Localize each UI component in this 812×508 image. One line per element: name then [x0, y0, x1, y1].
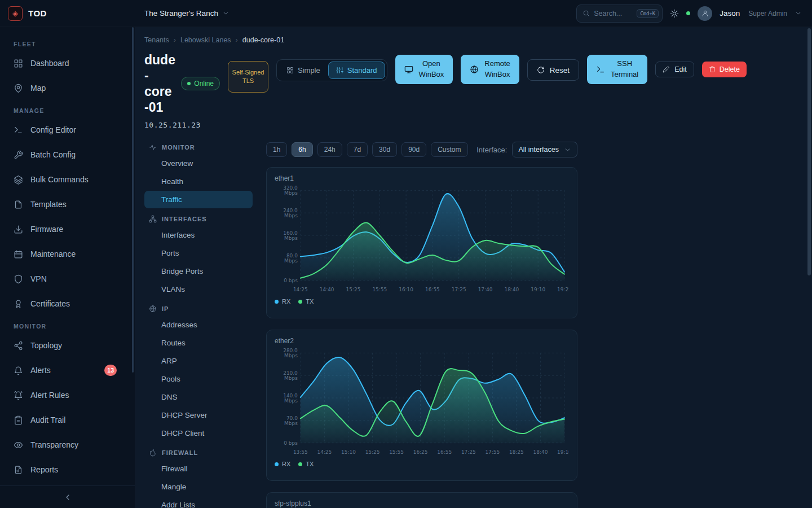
range-custom-button[interactable]: Custom	[431, 142, 467, 157]
subnav-item-health[interactable]: Health	[144, 173, 253, 190]
sidebar-item-templates[interactable]: Templates	[0, 192, 135, 217]
subnav-item-traffic[interactable]: Traffic	[144, 191, 253, 208]
range-7d-button[interactable]: 7d	[347, 142, 368, 157]
subnav-section-label: INTERFACES	[144, 209, 253, 226]
sidebar-item-alerts[interactable]: Alerts13	[0, 358, 135, 383]
svg-text:Mbps: Mbps	[284, 421, 298, 426]
sidebar-item-topology[interactable]: Topology	[0, 333, 135, 358]
sidebar-scrollbar[interactable]	[132, 27, 134, 373]
sidebar-item-label: VPN	[30, 274, 47, 283]
subnav-item-firewall[interactable]: Firewall	[144, 460, 253, 478]
chart-card-sfp-sfpplus1: sfp-sfpplus1	[266, 492, 577, 508]
sidebar-item-certificates[interactable]: Certificates	[0, 291, 135, 316]
subnav-item-pools[interactable]: Pools	[144, 370, 253, 388]
sliders-icon	[336, 67, 343, 74]
svg-text:17:40: 17:40	[478, 287, 493, 292]
edit-button[interactable]: Edit	[655, 62, 694, 77]
sidebar-item-label: Config Editor	[30, 125, 76, 134]
range-90d-button[interactable]: 90d	[401, 142, 426, 157]
subnav-item-routes[interactable]: Routes	[144, 334, 253, 352]
search-input[interactable]: Search... Cmd+K	[576, 5, 663, 23]
subnav-item-dhcp-client[interactable]: DHCP Client	[144, 424, 253, 442]
breadcrumb-item[interactable]: dude-core-01	[242, 36, 284, 44]
avatar[interactable]	[698, 6, 712, 21]
subnav-item-overview[interactable]: Overview	[144, 155, 253, 172]
subnav-section-label: MONITOR	[144, 137, 253, 155]
download-icon	[14, 225, 23, 234]
range-30d-button[interactable]: 30d	[372, 142, 397, 157]
subnav-item-arp[interactable]: ARP	[144, 352, 253, 370]
svg-text:16:55: 16:55	[425, 287, 440, 292]
chart-legend: RXTX	[275, 298, 569, 305]
sidebar-item-transparency[interactable]: Transparency	[0, 432, 135, 457]
sidebar-item-alert-rules[interactable]: Alert Rules	[0, 383, 135, 408]
svg-text:0 bps: 0 bps	[284, 278, 298, 283]
globe-icon	[470, 65, 479, 74]
chevron-down-icon[interactable]	[795, 10, 802, 17]
subnav-item-interfaces[interactable]: Interfaces	[144, 226, 253, 244]
breadcrumb-separator: ›	[236, 36, 238, 44]
sidebar-item-map[interactable]: Map	[0, 76, 135, 100]
svg-text:17:55: 17:55	[485, 449, 500, 455]
svg-text:14:40: 14:40	[320, 287, 334, 292]
sun-icon	[670, 9, 679, 18]
sidebar-item-label: Maintenance	[30, 249, 76, 259]
simple-mode-button[interactable]: Simple	[279, 62, 328, 79]
sidebar-item-bulk-commands[interactable]: Bulk Commands	[0, 167, 135, 192]
sidebar-item-batch-config[interactable]: Batch Config	[0, 142, 135, 167]
breadcrumb-separator: ›	[174, 36, 176, 44]
sidebar-item-firmware[interactable]: Firmware	[0, 217, 135, 242]
subnav-item-dhcp-server[interactable]: DHCP Server	[144, 406, 253, 424]
delete-button[interactable]: Delete	[702, 62, 747, 77]
sidebar-item-config-editor[interactable]: Config Editor	[0, 117, 135, 142]
range-24h-button[interactable]: 24h	[317, 142, 342, 157]
subnav-item-addresses[interactable]: Addresses	[144, 316, 253, 334]
sidebar-item-dashboard[interactable]: Dashboard	[0, 51, 135, 76]
breadcrumb-item[interactable]: Lebowski Lanes	[180, 36, 231, 44]
subnav-item-bridge-ports[interactable]: Bridge Ports	[144, 262, 253, 280]
tenant-selector[interactable]: The Stranger's Ranch	[144, 9, 230, 17]
page-title: dude-core-01	[144, 52, 175, 115]
remote-winbox-button[interactable]: Remote WinBox	[461, 55, 519, 84]
standard-mode-button[interactable]: Standard	[328, 62, 385, 79]
sidebar-item-label: Reports	[30, 465, 58, 474]
brand[interactable]: TOD	[0, 6, 135, 21]
window-scrollbar[interactable]	[807, 28, 811, 275]
svg-text:Mbps: Mbps	[284, 375, 298, 381]
svg-text:13:55: 13:55	[293, 449, 308, 455]
sidebar-item-maintenance[interactable]: Maintenance	[0, 242, 135, 266]
traffic-chart: 320.0Mbps240.0Mbps160.0Mbps80.0Mbps0 bps…	[275, 183, 569, 295]
subnav-item-addr-lists[interactable]: Addr Lists	[144, 496, 253, 508]
reset-button[interactable]: Reset	[527, 59, 579, 81]
sidebar-collapse-button[interactable]	[0, 485, 135, 508]
range-6h-button[interactable]: 6h	[292, 142, 312, 157]
user-name: Jason	[720, 9, 740, 17]
subnav-item-ports[interactable]: Ports	[144, 244, 253, 262]
svg-text:15:55: 15:55	[389, 449, 404, 455]
range-1h-button[interactable]: 1h	[266, 142, 287, 157]
theme-toggle-button[interactable]	[670, 9, 679, 18]
interface-select[interactable]: All interfaces	[512, 142, 577, 157]
sidebar-item-audit-trail[interactable]: Audit Trail	[0, 408, 135, 432]
svg-text:16:55: 16:55	[437, 449, 452, 455]
svg-text:15:55: 15:55	[372, 287, 387, 292]
sidebar-item-reports[interactable]: Reports	[0, 457, 135, 482]
subnav-item-mangle[interactable]: Mangle	[144, 478, 253, 496]
time-range-group: 1h6h24h7d30d90dCustom	[266, 142, 468, 157]
open-winbox-button[interactable]: Open WinBox	[395, 55, 453, 84]
monitor-icon	[404, 65, 413, 74]
sidebar-item-label: Alerts	[30, 366, 51, 375]
user-role: Super Admin	[748, 10, 787, 17]
svg-text:19:10: 19:10	[557, 449, 569, 455]
subnav-item-dns[interactable]: DNS	[144, 388, 253, 406]
sidebar-item-label: Dashboard	[30, 59, 69, 68]
breadcrumb-item[interactable]: Tenants	[144, 36, 169, 44]
ssh-terminal-button[interactable]: SSH Terminal	[587, 55, 647, 84]
sidebar-item-vpn[interactable]: VPN	[0, 266, 135, 291]
bell-ring-icon	[14, 391, 23, 400]
svg-text:0 bps: 0 bps	[284, 440, 298, 446]
sidebar-item-label: Audit Trail	[30, 415, 65, 424]
subnav-item-vlans[interactable]: VLANs	[144, 281, 253, 298]
globe-icon	[149, 305, 157, 313]
sidebar-item-label: Firmware	[30, 225, 63, 234]
